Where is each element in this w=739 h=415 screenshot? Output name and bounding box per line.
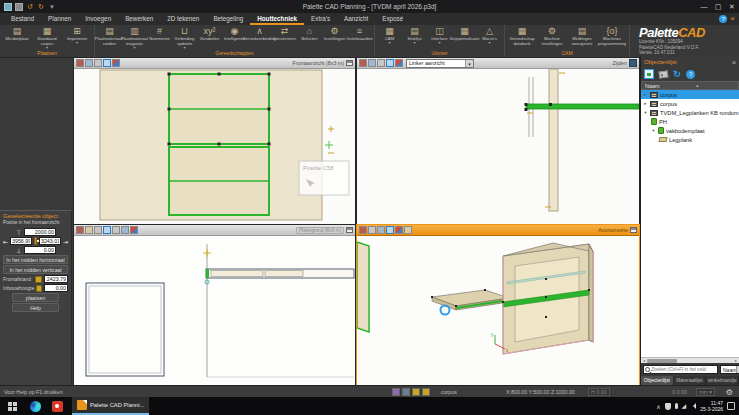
layout-icon[interactable] xyxy=(103,226,111,234)
camera-icon[interactable] xyxy=(76,59,84,67)
expander-collapsed-icon[interactable]: ▸ xyxy=(643,92,648,97)
layout-icon[interactable] xyxy=(386,226,394,234)
plaatsen-button[interactable]: plaatsen xyxy=(12,293,59,302)
zoom-icon[interactable] xyxy=(94,59,102,67)
tree-row-corpus-1[interactable]: ▸ corpus xyxy=(641,90,739,99)
tab-extras[interactable]: Extra's xyxy=(304,13,337,25)
maximize-pane-icon[interactable] xyxy=(346,227,353,233)
tab-objectenlijst[interactable]: Objectenlijst xyxy=(641,376,674,385)
view-select-dropdown[interactable]: Linker aanzicht ▾ xyxy=(406,59,474,68)
shading-icon[interactable] xyxy=(121,226,129,234)
layout-icon[interactable] xyxy=(386,59,394,67)
ribbon-button-standaard-corpus[interactable]: ▦ Standaard corpus xyxy=(32,26,62,50)
tab-bestand[interactable]: Bestand xyxy=(4,13,41,25)
tree-row-legplank[interactable]: Legplank xyxy=(641,135,739,144)
viewport-left-view-canvas[interactable] xyxy=(357,69,639,223)
speaker-icon[interactable] xyxy=(690,403,696,409)
ribbon-button-bekisten[interactable]: ⌂ Bekisten xyxy=(297,26,322,50)
ribbon-button-machine-instellingen[interactable]: ⚙ Machine instellingen xyxy=(537,26,567,50)
center-vertical-button[interactable]: In het midden verticaal xyxy=(3,265,68,274)
tab-bewerken[interactable]: Bewerken xyxy=(118,13,160,25)
ribbon-button-stuklijst[interactable]: ▤ Stuklijst xyxy=(402,26,427,50)
help-icon[interactable]: ? xyxy=(686,70,695,79)
distance-left-field[interactable] xyxy=(10,237,32,245)
anchor-icon[interactable] xyxy=(34,237,37,245)
ribbon-button-machines-programmering[interactable]: {o} Machines programmering xyxy=(597,26,627,50)
measure-icon[interactable] xyxy=(94,226,102,234)
tab-2d-tekenen[interactable]: 2D tekenen xyxy=(160,13,206,25)
help-button[interactable]: Help xyxy=(12,303,59,312)
tab-winkelmandje[interactable]: winkelmandje xyxy=(706,376,739,385)
tray-expand-icon[interactable]: ∧ xyxy=(656,403,660,410)
ribbon-button-gereedschap-databank[interactable]: ▦ Gereedschap databank xyxy=(507,26,537,50)
maximize-pane-icon[interactable] xyxy=(630,227,637,233)
height-field[interactable]: H 0.00 xyxy=(588,388,610,396)
viewport-front-canvas[interactable]: Positie C58 xyxy=(74,69,355,223)
tab-plannen[interactable]: Plannen xyxy=(41,13,78,25)
ribbon-button-variabelen[interactable]: xy² Variabelen xyxy=(197,26,222,50)
ortho-icon[interactable] xyxy=(402,388,410,396)
ribbon-button-instelwaarden[interactable]: ≡ Instelwaarden xyxy=(347,26,372,50)
column-header-naam[interactable]: Naam ▴ xyxy=(641,81,739,90)
ribbon-button-plaatmateriaal-magazijn[interactable]: ▥ Plaatmateriaal magazijn xyxy=(122,26,147,50)
start-button[interactable] xyxy=(0,397,24,415)
orbit-icon[interactable] xyxy=(368,226,376,234)
distance-bottom-field[interactable] xyxy=(24,246,56,254)
scrollbar-thumb[interactable] xyxy=(647,359,677,363)
camera-icon[interactable] xyxy=(76,226,84,234)
ribbon-button-macros[interactable]: △ Macro's xyxy=(477,26,502,50)
materials-icon[interactable] xyxy=(85,226,93,234)
notification-center-icon[interactable] xyxy=(727,402,735,410)
edge-taskbar-icon[interactable] xyxy=(24,397,46,415)
zoom-icon[interactable] xyxy=(377,59,385,67)
tree-row-vakbodemplaat[interactable]: ▾ vakbodemplaat xyxy=(641,126,739,135)
center-horizontal-button[interactable]: In het midden horizontaal xyxy=(3,255,68,264)
tree-row-tvdm-legplanken[interactable]: ▾ TVDM_Legplanken KB rondom xyxy=(641,108,739,117)
shading-icon[interactable] xyxy=(377,226,385,234)
camera-icon[interactable] xyxy=(359,226,367,234)
colors-icon[interactable] xyxy=(395,59,403,67)
search-scope-dropdown[interactable]: Naam ▾ xyxy=(720,365,739,374)
tab-expose[interactable]: Exposé xyxy=(375,13,410,25)
refresh-icon[interactable]: ↻ xyxy=(672,69,682,79)
ribbon-button-verbinding-updaten[interactable]: ⊔ Verbinding updaten xyxy=(172,26,197,50)
red-app-taskbar-icon[interactable] xyxy=(46,397,68,415)
tab-materiaallijst[interactable]: Materiaallijst xyxy=(674,376,707,385)
tree-row-corpus-2[interactable]: ▸ corpus xyxy=(641,99,739,108)
tab-aanzicht[interactable]: Aanzicht xyxy=(337,13,375,25)
search-box[interactable] xyxy=(643,365,718,374)
maximize-pane-icon[interactable] xyxy=(346,60,353,66)
panel-close-icon[interactable]: × xyxy=(732,59,736,66)
inbouwhoogte-field[interactable] xyxy=(44,284,68,292)
tree-row-ph[interactable]: PH xyxy=(641,117,739,126)
ribbon-button-snijoptimalisatie[interactable]: ▦ Snijoptimalisatie xyxy=(452,26,477,50)
ribbon-button-meubelplaat[interactable]: ▤ Meubelplaat xyxy=(2,26,32,50)
colors-icon[interactable] xyxy=(112,59,120,67)
tag-icon[interactable] xyxy=(658,70,668,78)
shading-icon[interactable] xyxy=(85,59,93,67)
preview-icon[interactable] xyxy=(644,69,654,79)
render-icon[interactable] xyxy=(404,226,412,234)
layout-icon[interactable] xyxy=(103,59,111,67)
search-input[interactable] xyxy=(651,367,717,372)
viewport-3d-canvas[interactable]: x y xyxy=(357,236,639,384)
settings-gear-icon[interactable]: ⚙ xyxy=(726,388,733,397)
tab-betegeling[interactable]: Betegeling xyxy=(206,13,250,25)
draw-mode-icon[interactable] xyxy=(392,388,400,396)
shading-icon[interactable] xyxy=(368,59,376,67)
security-shield-icon[interactable] xyxy=(665,403,671,410)
ribbon-button-cam[interactable]: ▦ CAM xyxy=(377,26,402,50)
snap-icon[interactable] xyxy=(412,388,420,396)
frontafstand-field[interactable] xyxy=(44,275,68,283)
network-icon[interactable]: ◢ xyxy=(682,403,687,409)
grid-snap-icon[interactable] xyxy=(422,388,430,396)
tab-houttechniek[interactable]: Houttechniek xyxy=(250,13,304,25)
zijden-icon[interactable] xyxy=(629,59,637,67)
colors-icon[interactable] xyxy=(395,226,403,234)
taskbar-clock[interactable]: 11:47 25-3-2026 xyxy=(700,400,723,413)
ribbon-button-plaatmateriaal-randen[interactable]: ▤ Plaatmateriaal/-randen xyxy=(97,26,122,50)
distance-right-field[interactable] xyxy=(39,237,61,245)
colors-icon[interactable] xyxy=(130,226,138,234)
palette-cad-taskbar-button[interactable]: Palette CAD Planni... xyxy=(72,397,149,415)
expander-collapsed-icon[interactable]: ▸ xyxy=(643,101,648,106)
